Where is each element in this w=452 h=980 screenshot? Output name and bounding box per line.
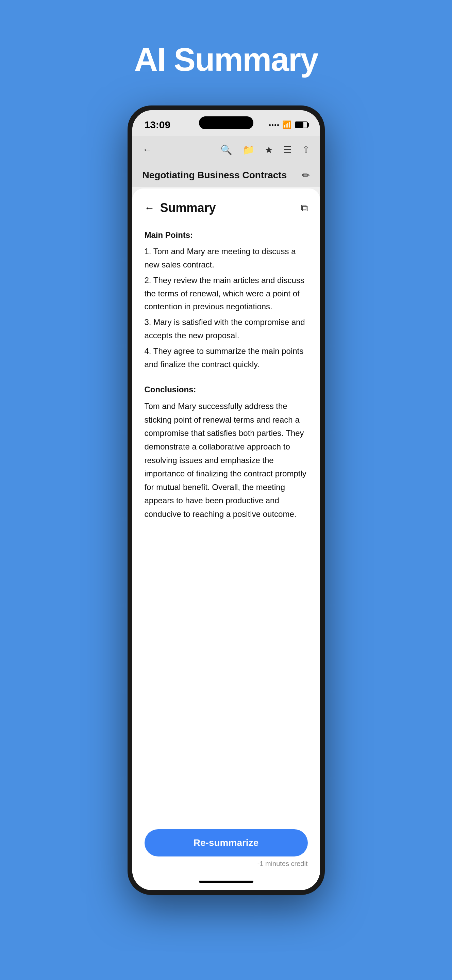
conclusions-label: Conclusions: bbox=[144, 383, 308, 396]
page-hero-title: AI Summary bbox=[134, 41, 318, 78]
add-to-folder-icon[interactable]: 📁 bbox=[243, 144, 254, 156]
list-item: 4. They agree to summarize the main poin… bbox=[144, 345, 308, 371]
edit-icon[interactable]: ✏ bbox=[302, 170, 310, 181]
phone-mockup: 13:09 📶 ← 🔍 📁 ★ ☰ ⇧ bbox=[127, 105, 325, 895]
summary-content-area: Main Points: 1. Tom and Mary are meeting… bbox=[132, 222, 320, 821]
nav-back-icon[interactable]: ← bbox=[143, 144, 152, 155]
home-bar bbox=[199, 881, 254, 883]
summary-back-button[interactable]: ← bbox=[144, 202, 155, 214]
list-item: 1. Tom and Mary are meeting to discuss a… bbox=[144, 245, 308, 271]
list-item: 3. Mary is satisfied with the compromise… bbox=[144, 316, 308, 342]
status-time: 13:09 bbox=[144, 119, 171, 130]
summary-title: Summary bbox=[160, 201, 216, 215]
share-icon[interactable]: ⇧ bbox=[302, 144, 310, 156]
nav-icons-right: 🔍 📁 ★ ☰ ⇧ bbox=[220, 144, 310, 156]
signal-dots-icon bbox=[269, 124, 279, 126]
search-icon[interactable]: 🔍 bbox=[220, 144, 232, 156]
main-points-list: 1. Tom and Mary are meeting to discuss a… bbox=[144, 245, 308, 371]
list-item: 2. They review the main articles and dis… bbox=[144, 274, 308, 313]
dynamic-island bbox=[199, 116, 254, 129]
summary-header: ← Summary ⧉ bbox=[132, 189, 320, 222]
wifi-icon: 📶 bbox=[282, 121, 292, 129]
battery-icon bbox=[295, 121, 308, 128]
conclusions-text: Tom and Mary successfully address the st… bbox=[144, 399, 308, 520]
bottom-action-area: Re-summarize -1 minutes credit bbox=[132, 821, 320, 873]
content-sheet: ← Summary ⧉ Main Points: 1. Tom and Mary… bbox=[132, 189, 320, 890]
app-nav-bar: ← 🔍 📁 ★ ☰ ⇧ bbox=[132, 136, 320, 163]
summary-header-left: ← Summary bbox=[144, 201, 216, 215]
filter-icon[interactable]: ☰ bbox=[283, 144, 292, 156]
phone-screen: 13:09 📶 ← 🔍 📁 ★ ☰ ⇧ bbox=[132, 110, 320, 890]
home-indicator bbox=[132, 873, 320, 890]
app-title-bar: Negotiating Business Contracts ✏ bbox=[132, 163, 320, 187]
conclusions-section: Conclusions: Tom and Mary successfully a… bbox=[144, 383, 308, 521]
status-icons: 📶 bbox=[269, 121, 308, 129]
credit-text: -1 minutes credit bbox=[144, 860, 308, 868]
re-summarize-button[interactable]: Re-summarize bbox=[144, 829, 308, 856]
copy-button[interactable]: ⧉ bbox=[301, 202, 308, 214]
recording-title: Negotiating Business Contracts bbox=[143, 170, 287, 181]
main-points-label: Main Points: bbox=[144, 229, 308, 242]
star-icon[interactable]: ★ bbox=[265, 144, 273, 156]
